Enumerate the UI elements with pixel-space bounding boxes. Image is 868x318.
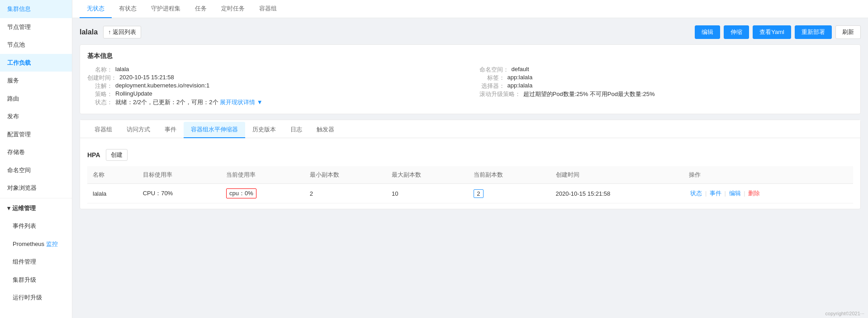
scale-button[interactable]: 伸缩	[724, 25, 749, 39]
inner-tab-hpa[interactable]: 容器组水平伸缩器	[184, 122, 245, 138]
inner-tab-access-method[interactable]: 访问方式	[119, 122, 157, 138]
sidebar-item-route[interactable]: 路由	[0, 90, 72, 108]
col-header-name: 名称	[87, 166, 138, 184]
basic-info-grid: 名称： lalala 创建时间： 2020-10-15 15:21:58 注解：…	[87, 66, 853, 106]
info-value-namespace: default	[512, 66, 854, 72]
redeploy-button[interactable]: 重新部署	[795, 25, 832, 39]
cell-actions: 状态 | 事件 | 编辑 | 删除	[683, 184, 853, 203]
divider-1: |	[705, 190, 707, 197]
action-edit[interactable]: 编辑	[729, 190, 741, 197]
info-row-createtime: 创建时间： 2020-10-15 15:21:58	[87, 74, 461, 82]
hpa-create-button[interactable]: 创建	[106, 149, 128, 161]
cell-current-usage: cpu：0%	[221, 184, 304, 203]
info-value-name: lalala	[115, 66, 461, 72]
cell-create-time: 2020-10-15 15:21:58	[550, 184, 684, 203]
sidebar-item-object-browser[interactable]: 对象浏览器	[0, 179, 72, 197]
info-value-strategy: RollingUpdate	[115, 90, 461, 97]
info-row-label: 标签： app:lalala	[479, 74, 854, 82]
sidebar-item-workload[interactable]: 工作负载	[0, 54, 72, 72]
table-actions: 状态 | 事件 | 编辑 | 删除	[689, 190, 761, 197]
page-header: lalala ↑ 返回列表 编辑 伸缩 查看Yaml 重新部署 刷新	[80, 25, 861, 39]
arrow-icon: ▾	[7, 205, 12, 212]
view-yaml-button[interactable]: 查看Yaml	[753, 25, 791, 39]
tab-daemon-set[interactable]: 守护进程集	[144, 0, 188, 18]
inner-tab-container-group[interactable]: 容器组	[87, 122, 119, 138]
sidebar-item-node-management[interactable]: 节点管理	[0, 18, 72, 36]
sidebar-item-storage[interactable]: 存储卷	[0, 143, 72, 161]
cell-target-usage: CPU：70%	[138, 184, 221, 203]
info-label-label: 标签：	[479, 74, 505, 82]
sidebar-item-namespace[interactable]: 命名空间	[0, 161, 72, 179]
inner-tab-events[interactable]: 事件	[157, 122, 184, 138]
hpa-section: HPA 创建 名称 目标使用率 当前使用率 最小副本数 最大副本数 当前副本数	[80, 144, 860, 209]
action-events[interactable]: 事件	[710, 190, 721, 197]
tab-task[interactable]: 任务	[188, 0, 214, 18]
info-value-rolling-policy: 超过期望的Pod数量:25% 不可用Pod最大数量:25%	[523, 90, 854, 98]
tab-no-state[interactable]: 无状态	[80, 0, 112, 18]
col-header-min-replicas: 最小副本数	[304, 166, 386, 184]
tab-scheduled-task[interactable]: 定时任务	[214, 0, 252, 18]
cell-min-replicas: 2	[304, 184, 386, 203]
action-buttons: 编辑 伸缩 查看Yaml 重新部署 刷新	[695, 25, 861, 39]
sidebar-item-ops-management[interactable]: ▾ 运维管理	[0, 199, 72, 217]
info-left-col: 名称： lalala 创建时间： 2020-10-15 15:21:58 注解：…	[87, 66, 461, 106]
current-replicas-tag: 2	[474, 189, 483, 198]
prometheus-monitor-label: 监控	[46, 241, 58, 247]
content-area: lalala ↑ 返回列表 编辑 伸缩 查看Yaml 重新部署 刷新 基本信息 …	[72, 18, 868, 318]
sidebar-item-node-pool[interactable]: 节点池	[0, 36, 72, 54]
hpa-table: 名称 目标使用率 当前使用率 最小副本数 最大副本数 当前副本数 创建时间 操作	[87, 166, 853, 203]
info-row-selector: 选择器： app:lalala	[479, 82, 854, 90]
top-tabs-bar: 无状态 有状态 守护进程集 任务 定时任务 容器组	[72, 0, 868, 18]
info-value-status: 就绪：2/2个，已更新：2个，可用：2个 展开现状详情 ▼	[115, 98, 461, 106]
hpa-table-head: 名称 目标使用率 当前使用率 最小副本数 最大副本数 当前副本数 创建时间 操作	[87, 166, 853, 184]
info-row-strategy: 策略： RollingUpdate	[87, 90, 461, 98]
inner-tab-trigger[interactable]: 触发器	[309, 122, 342, 138]
sidebar-item-publish[interactable]: 发布	[0, 107, 72, 125]
inner-tabs-bar: 容器组 访问方式 事件 容器组水平伸缩器 历史版本 日志 触发器	[80, 120, 860, 138]
page-header-left: lalala ↑ 返回列表	[80, 26, 141, 39]
current-usage-tag: cpu：0%	[226, 188, 256, 198]
prometheus-label: Prometheus	[13, 241, 46, 247]
sidebar: 集群信息 节点管理 节点池 工作负载 服务 路由 发布 配置管理 存储卷 命名空…	[0, 0, 72, 318]
divider-3: |	[744, 190, 745, 197]
tab-container-group[interactable]: 容器组	[252, 0, 284, 18]
basic-info-card: 基本信息 名称： lalala 创建时间： 2020-10-15 15:21:5…	[80, 44, 861, 114]
info-label-name: 名称：	[87, 66, 113, 74]
sidebar-item-cluster-upgrade[interactable]: 集群升级	[0, 271, 72, 289]
col-header-target-usage: 目标使用率	[138, 166, 221, 184]
sidebar-item-prometheus[interactable]: Prometheus 监控	[0, 235, 72, 253]
info-label-status: 状态：	[87, 98, 113, 106]
action-status[interactable]: 状态	[690, 190, 702, 197]
info-value-selector: app:lalala	[508, 82, 854, 89]
refresh-button[interactable]: 刷新	[835, 25, 861, 39]
back-button[interactable]: ↑ 返回列表	[103, 26, 141, 39]
info-row-rolling-policy: 滚动升级策略： 超过期望的Pod数量:25% 不可用Pod最大数量:25%	[479, 90, 854, 98]
hpa-title: HPA	[87, 151, 100, 159]
detail-card: 容器组 访问方式 事件 容器组水平伸缩器 历史版本 日志 触发器 HPA 创建	[80, 120, 861, 209]
inner-tab-logs[interactable]: 日志	[283, 122, 309, 138]
info-value-annotation: deployment.kubernetes.io/revision:1	[115, 82, 461, 89]
main-content: 无状态 有状态 守护进程集 任务 定时任务 容器组 lalala ↑ 返回列表 …	[72, 0, 868, 318]
sidebar-item-cluster-info[interactable]: 集群信息	[0, 0, 72, 18]
action-delete[interactable]: 删除	[748, 190, 760, 197]
info-label-selector: 选择器：	[479, 82, 505, 90]
hpa-table-body: lalala CPU：70% cpu：0% 2 10 2 2020-10-15 …	[87, 184, 853, 203]
info-label-annotation: 注解：	[87, 82, 113, 90]
tab-has-state[interactable]: 有状态	[112, 0, 144, 18]
inner-tab-history[interactable]: 历史版本	[245, 122, 283, 138]
sidebar-item-config-management[interactable]: 配置管理	[0, 125, 72, 144]
col-header-create-time: 创建时间	[550, 166, 684, 184]
col-header-max-replicas: 最大副本数	[386, 166, 468, 184]
info-value-label: app:lalala	[508, 74, 854, 81]
sidebar-item-runtime-upgrade[interactable]: 运行时升级	[0, 289, 72, 307]
cell-name: lalala	[87, 184, 138, 203]
cell-current-replicas: 2	[468, 184, 550, 203]
sidebar-item-service[interactable]: 服务	[0, 72, 72, 90]
status-detail-link[interactable]: 展开现状详情 ▼	[220, 99, 262, 106]
info-label-namespace: 命名空间：	[479, 66, 509, 74]
sidebar-item-event-list[interactable]: 事件列表	[0, 217, 72, 235]
col-header-current-replicas: 当前副本数	[468, 166, 550, 184]
edit-button[interactable]: 编辑	[695, 25, 720, 39]
sidebar-item-component-management[interactable]: 组件管理	[0, 253, 72, 271]
col-header-actions: 操作	[683, 166, 853, 184]
